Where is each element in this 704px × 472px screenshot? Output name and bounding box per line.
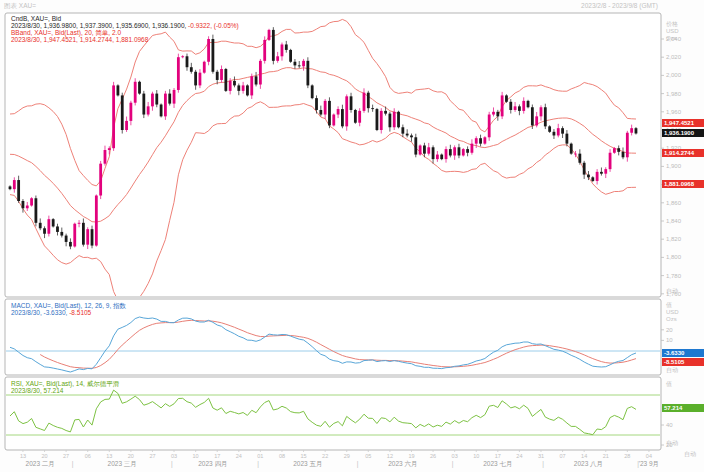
month-label: 2023 六月 — [388, 460, 417, 467]
week-label: 13 — [106, 453, 112, 459]
rsi-panel[interactable] — [5, 377, 661, 450]
last-price-label: 1,936.1900 — [662, 129, 704, 137]
week-label: 20 — [41, 453, 47, 459]
week-label: 10 — [473, 453, 479, 459]
signal-value-label: -8.5105 — [662, 358, 704, 366]
week-label: 31 — [538, 453, 544, 459]
macd-legend-line-2: 2023/8/30, -3.6330, -8.5105 — [11, 309, 91, 316]
lower-band-label: 1,881.0968 — [662, 180, 704, 188]
week-label: 28 — [624, 453, 630, 459]
month-label: '23 9月 — [639, 460, 659, 467]
rsi-axis-auto: 自动 — [666, 440, 678, 446]
week-label: 01 — [257, 453, 263, 459]
month-separator: | — [72, 460, 74, 467]
week-label: 15 — [300, 453, 306, 459]
month-label: 2023 五月 — [293, 460, 322, 467]
macd-axis-header: 值 — [666, 302, 672, 308]
week-label: 17 — [495, 453, 501, 459]
week-label: 08 — [279, 453, 285, 459]
month-label: 2023 八月 — [574, 460, 603, 467]
price-tick: 1,980 — [666, 91, 681, 97]
upper-band-label: 1,947.4521 — [662, 119, 704, 127]
price-tick: 1,820 — [666, 236, 681, 242]
week-label: 03 — [452, 453, 458, 459]
macd-axis-header: Ozs — [666, 316, 677, 322]
rsi-tick: 40 — [666, 422, 673, 428]
week-label: 21 — [603, 453, 609, 459]
week-label: 27 — [149, 453, 155, 459]
month-separator: | — [637, 460, 639, 467]
week-label: 27 — [63, 453, 69, 459]
main-legend-line-4: 2023/8/30, 1,947.4521, 1,914.2744, 1,881… — [11, 36, 148, 43]
macd-axis-header: USD — [666, 309, 679, 315]
macd-tick: 20 — [666, 327, 673, 333]
week-label: 17 — [214, 453, 220, 459]
middle-band-label: 1,914.2744 — [662, 149, 704, 157]
week-label: 05 — [365, 453, 371, 459]
main-legend-line-1: CndB, XAU=, Bid — [11, 15, 61, 22]
week-label: 24 — [236, 453, 242, 459]
main-legend-line-3: BBand, XAU=, Bid(Last), 20, 简单, 2.0 — [11, 29, 121, 36]
rsi-legend-line-2: 2023/8/30, 57.214 — [11, 387, 63, 394]
rsi-legend-line-1: RSI, XAU=, Bid(Last), 14, 威尔德平滑 — [11, 380, 119, 387]
week-label: 10 — [193, 453, 199, 459]
price-tick: 1,780 — [666, 273, 681, 279]
price-axis-auto: 自动 — [666, 288, 678, 294]
price-tick: 1,960 — [666, 109, 681, 115]
week-label: 12 — [387, 453, 393, 459]
month-label: 2023 三月 — [108, 460, 137, 467]
week-label: 03 — [171, 453, 177, 459]
week-label: 07 — [560, 453, 566, 459]
week-label: 29 — [344, 453, 350, 459]
price-tick: 2,020 — [666, 54, 681, 60]
week-label: 24 — [516, 453, 522, 459]
week-label: 14 — [581, 453, 587, 459]
price-tick: 2,040 — [666, 36, 681, 42]
week-label: 06 — [85, 453, 91, 459]
macd-tick: 10 — [666, 337, 673, 343]
macd-legend-line-1: MACD, XAU=, Bid(Last), 12, 26, 9, 指数 — [11, 302, 126, 309]
price-tick: 1,800 — [666, 254, 681, 260]
price-axis-header: USD — [666, 28, 679, 34]
month-label: 2023 二月 — [26, 460, 55, 467]
price-tick: 2,000 — [666, 72, 681, 78]
trading-chart-window: 图表 XAU= 2023/2/8 - 2023/9/8 (GMT) CndB, … — [0, 0, 704, 472]
time-axis-auto: 自动 — [684, 451, 696, 457]
month-label: 2023 四月 — [198, 460, 227, 467]
week-label: 19 — [408, 453, 414, 459]
month-separator: | — [357, 460, 359, 467]
week-label: 20 — [128, 453, 134, 459]
main-panel[interactable] — [5, 13, 661, 297]
month-separator: | — [542, 460, 544, 467]
rsi-value-label: 57.214 — [662, 404, 704, 412]
week-label: 26 — [430, 453, 436, 459]
month-separator: | — [452, 460, 454, 467]
chart-canvas[interactable] — [0, 0, 704, 472]
week-label: 22 — [322, 453, 328, 459]
rsi-axis-header: 值 — [666, 381, 672, 387]
month-label: 2023 七月 — [483, 460, 512, 467]
month-separator: | — [171, 460, 173, 467]
price-tick: 1,900 — [666, 163, 681, 169]
macd-value-label: -3.6330 — [662, 349, 704, 357]
month-separator: | — [257, 460, 259, 467]
week-label: 04 — [646, 453, 652, 459]
price-axis-header: 价格 — [666, 21, 678, 27]
main-legend-line-2: 2023/8/30, 1,936.9800, 1,937.3900, 1,935… — [11, 22, 239, 29]
week-label: 13 — [20, 453, 26, 459]
macd-axis-auto: 自动 — [666, 367, 678, 373]
price-tick: 1,840 — [666, 218, 681, 224]
price-tick: 1,860 — [666, 200, 681, 206]
